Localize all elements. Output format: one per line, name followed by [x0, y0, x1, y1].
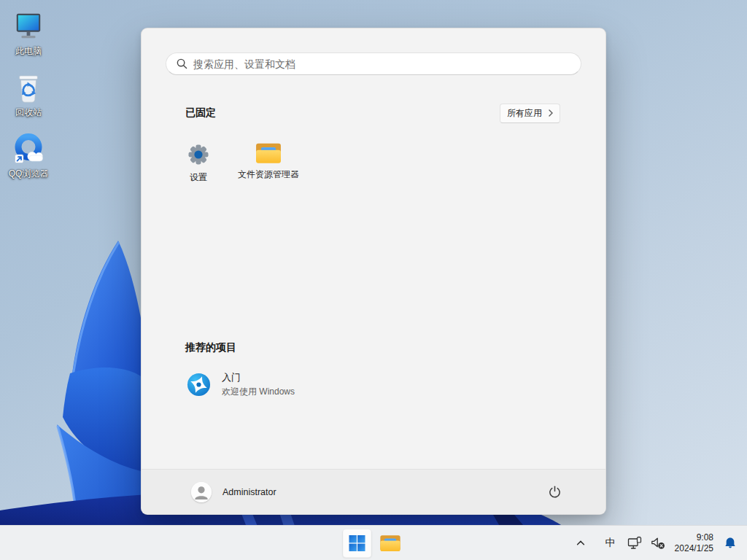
recycle-bin-icon [11, 70, 46, 105]
taskbar: 中 9:08 2024/1/25 [0, 525, 747, 560]
pinned-app-settings[interactable]: 设置 [163, 136, 233, 198]
desktop-icon-list: 此电脑 回收站 [0, 4, 57, 188]
notification-center-button[interactable] [719, 529, 741, 558]
pinned-section-header: 已固定 所有应用 [185, 104, 560, 122]
all-apps-button[interactable]: 所有应用 [500, 104, 560, 123]
pinned-app-file-explorer[interactable]: 文件资源管理器 [233, 136, 303, 198]
recommended-title: 推荐的项目 [185, 341, 236, 354]
settings-gear-icon [186, 142, 211, 167]
pinned-app-label: 文件资源管理器 [238, 169, 299, 179]
desktop-icon-this-pc[interactable]: 此电脑 [0, 4, 57, 59]
recommended-item-get-started[interactable]: 入门 欢迎使用 Windows [178, 367, 419, 402]
desktop-icon-recycle-bin[interactable]: 回收站 [0, 66, 57, 120]
power-icon [548, 485, 562, 499]
get-started-icon [187, 373, 211, 397]
chevron-right-icon [549, 109, 553, 117]
search-input[interactable] [166, 52, 581, 75]
desktop-icon-label: 回收站 [15, 107, 42, 117]
volume-muted-icon [651, 537, 665, 550]
notification-bell-icon [723, 536, 738, 551]
pinned-apps-grid: 设置 文件资源管理器 [163, 136, 303, 198]
recommended-item-title: 入门 [222, 371, 295, 384]
windows-logo-icon [349, 534, 366, 552]
start-button[interactable] [343, 529, 372, 558]
tray-overflow-button[interactable] [570, 529, 592, 558]
chevron-up-icon [575, 537, 587, 549]
network-tray-button[interactable] [624, 529, 647, 558]
start-menu: 已固定 所有应用 [141, 28, 606, 515]
all-apps-label: 所有应用 [507, 107, 542, 120]
this-pc-icon [11, 9, 46, 44]
recommended-item-subtitle: 欢迎使用 Windows [222, 386, 295, 398]
folder-icon [255, 142, 282, 164]
taskbar-clock[interactable]: 9:08 2024/1/25 [669, 532, 719, 554]
user-name: Administrator [222, 487, 276, 497]
ethernet-icon [627, 536, 643, 551]
taskbar-center-buttons [343, 529, 405, 558]
power-button[interactable] [541, 480, 568, 505]
start-menu-user-bar: Administrator [142, 469, 605, 514]
ime-label: 中 [601, 537, 620, 550]
input-method-indicator[interactable]: 中 [597, 529, 624, 558]
system-tray: 中 9:08 2024/1/25 [570, 526, 741, 560]
user-profile-button[interactable]: Administrator [184, 478, 284, 507]
avatar [191, 482, 212, 502]
clock-time: 9:08 [697, 532, 713, 543]
qq-browser-icon [11, 131, 46, 166]
taskbar-file-explorer-button[interactable] [376, 529, 405, 558]
clock-date: 2024/1/25 [675, 543, 713, 554]
search-box [166, 52, 581, 75]
folder-icon [379, 534, 400, 552]
pinned-app-label: 设置 [190, 172, 207, 182]
desktop-icon-label: QQ浏览器 [9, 168, 49, 179]
desktop-icon-qq-browser[interactable]: QQ浏览器 [0, 127, 57, 182]
volume-tray-button[interactable] [647, 529, 669, 558]
desktop-icon-label: 此电脑 [15, 46, 42, 56]
pinned-title: 已固定 [185, 106, 216, 120]
